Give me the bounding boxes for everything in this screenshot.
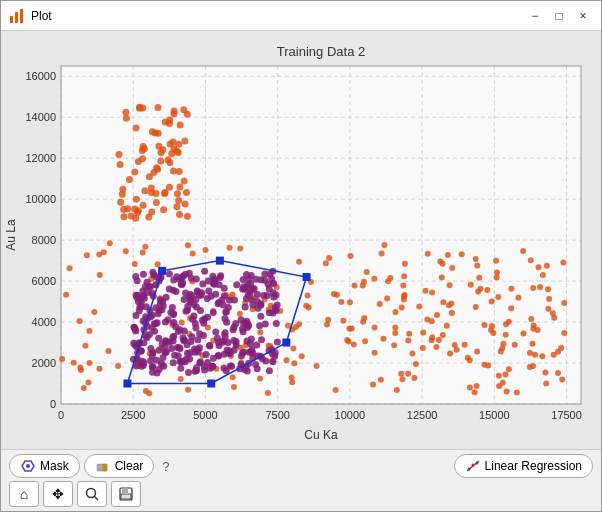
svg-rect-1 <box>15 12 18 23</box>
title-bar-controls: − □ × <box>525 6 593 26</box>
zoom-button[interactable] <box>77 481 107 507</box>
title-bar-left: Plot <box>9 8 52 24</box>
regression-icon <box>465 458 481 474</box>
clear-label: Clear <box>115 459 144 473</box>
window-title: Plot <box>31 9 52 23</box>
svg-point-11 <box>87 489 96 498</box>
plot-window: Plot − □ × Mask <box>0 0 602 512</box>
mask-icon <box>20 458 36 474</box>
mask-label: Mask <box>40 459 69 473</box>
save-button[interactable] <box>111 481 141 507</box>
home-button[interactable]: ⌂ <box>9 481 39 507</box>
help-text: ? <box>162 459 169 474</box>
svg-point-8 <box>467 468 470 471</box>
minimize-button[interactable]: − <box>525 6 545 26</box>
save-icon <box>118 486 134 502</box>
title-bar: Plot − □ × <box>1 1 601 31</box>
svg-rect-0 <box>10 16 13 23</box>
zoom-icon <box>84 486 100 502</box>
toolbar-row2: ⌂ ✥ <box>9 481 593 507</box>
pan-button[interactable]: ✥ <box>43 481 73 507</box>
toolbar-row1: Mask Clear ? Linear Reg <box>9 454 593 478</box>
svg-point-10 <box>475 462 478 465</box>
eraser-icon <box>95 458 111 474</box>
mask-button[interactable]: Mask <box>9 454 80 478</box>
plot-area[interactable] <box>1 31 601 449</box>
svg-point-4 <box>26 464 30 468</box>
svg-line-12 <box>95 497 99 501</box>
clear-button[interactable]: Clear <box>84 454 155 478</box>
bottom-toolbar: Mask Clear ? Linear Reg <box>1 449 601 511</box>
svg-rect-14 <box>122 488 128 493</box>
maximize-button[interactable]: □ <box>549 6 569 26</box>
chart-icon <box>9 8 25 24</box>
toolbar-left: Mask Clear ? <box>9 454 170 478</box>
close-button[interactable]: × <box>573 6 593 26</box>
linear-regression-button[interactable]: Linear Regression <box>454 454 593 478</box>
svg-rect-6 <box>103 464 107 471</box>
svg-rect-15 <box>121 494 131 499</box>
svg-point-9 <box>471 464 474 467</box>
svg-rect-2 <box>20 9 23 23</box>
linear-regression-label: Linear Regression <box>485 459 582 473</box>
scatter-canvas[interactable] <box>1 31 601 449</box>
